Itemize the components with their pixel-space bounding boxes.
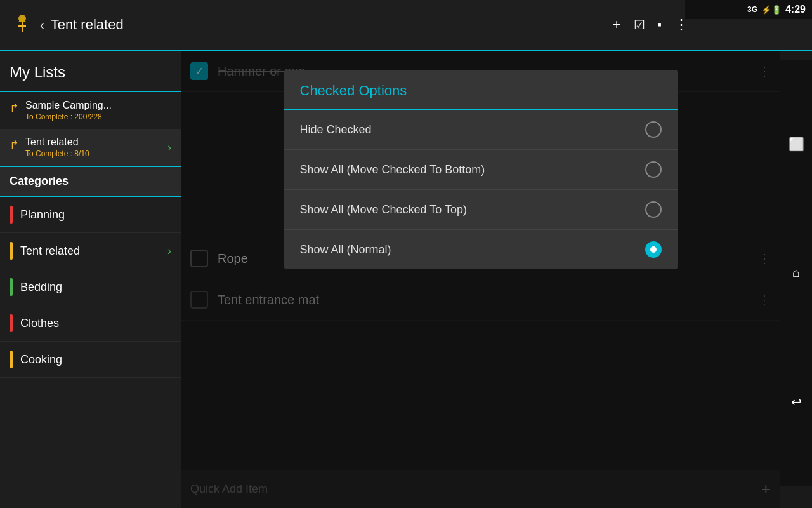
- app-logo: [10, 12, 35, 37]
- list-item-tent[interactable]: ↱ Tent related To Complete : 8/10 ›: [0, 129, 181, 166]
- back-nav-icon[interactable]: ↩: [791, 394, 802, 410]
- radio-show-top[interactable]: [645, 201, 662, 218]
- categories-header: Categories: [0, 166, 181, 197]
- category-bar-tent: [10, 242, 13, 260]
- categories-title: Categories: [10, 175, 69, 187]
- category-name-clothes: Clothes: [20, 317, 171, 330]
- category-tent-related[interactable]: Tent related ›: [0, 233, 181, 269]
- modal-title: Checked Options: [300, 83, 407, 98]
- option-label-bottom: Show All (Move Checked To Bottom): [300, 163, 645, 177]
- window-icon[interactable]: ⬜: [789, 137, 804, 152]
- toolbar-title: Tent related: [51, 17, 613, 33]
- option-label-top: Show All (Move Checked To Top): [300, 203, 645, 217]
- list-item-camping[interactable]: ↱ Sample Camping... To Complete : 200/22…: [0, 92, 181, 129]
- sidebar: My Lists ↱ Sample Camping... To Complete…: [0, 51, 181, 508]
- option-show-bottom[interactable]: Show All (Move Checked To Bottom): [284, 150, 678, 190]
- option-show-top[interactable]: Show All (Move Checked To Top): [284, 190, 678, 230]
- toolbar-actions: + ☑ ▪ ⋮: [613, 17, 688, 33]
- category-name-planning: Planning: [20, 208, 171, 222]
- home-icon[interactable]: ⌂: [792, 265, 800, 280]
- category-planning[interactable]: Planning: [0, 197, 181, 233]
- category-cooking[interactable]: Cooking: [0, 342, 181, 378]
- list-sub-tent: To Complete : 8/10: [25, 149, 167, 158]
- category-bar-cooking: [10, 351, 13, 368]
- list-name-camping: Sample Camping...: [25, 100, 171, 111]
- add-item-button[interactable]: +: [613, 17, 621, 33]
- back-icon[interactable]: ‹: [40, 18, 44, 32]
- category-bar-planning: [10, 206, 13, 224]
- nav-buttons: ⬜ ⌂ ↩: [780, 60, 812, 486]
- list-content-tent: Tent related To Complete : 8/10: [25, 137, 167, 158]
- list-sub-camping: To Complete : 200/228: [25, 112, 171, 121]
- status-bar: 3G ⚡🔋 4:29: [685, 0, 812, 19]
- category-bar-bedding: [10, 278, 13, 296]
- clock: 4:29: [785, 4, 806, 15]
- option-show-normal[interactable]: Show All (Normal): [284, 230, 678, 269]
- list-name-tent: Tent related: [25, 137, 167, 148]
- list-icon-tent: ↱: [10, 138, 19, 152]
- list-icon-camping: ↱: [10, 101, 19, 115]
- modal-header: Checked Options: [284, 70, 678, 110]
- checked-options-dialog: Checked Options Hide Checked Show All (M…: [284, 70, 678, 269]
- category-bar-clothes: [10, 314, 13, 332]
- radio-show-normal[interactable]: [645, 241, 662, 258]
- my-lists-title: My Lists: [10, 64, 65, 81]
- category-bedding[interactable]: Bedding: [0, 269, 181, 305]
- check-all-button[interactable]: ☑: [634, 17, 645, 32]
- category-clothes[interactable]: Clothes: [0, 305, 181, 342]
- option-hide-checked[interactable]: Hide Checked: [284, 110, 678, 150]
- radio-hide-checked[interactable]: [645, 121, 662, 138]
- category-name-cooking: Cooking: [20, 353, 171, 366]
- list-arrow-tent: ›: [167, 141, 171, 154]
- my-lists-header: My Lists: [0, 51, 181, 92]
- list-content-camping: Sample Camping... To Complete : 200/228: [25, 100, 171, 121]
- option-label-hide: Hide Checked: [300, 123, 645, 137]
- battery-icon: ⚡🔋: [761, 5, 782, 15]
- modal-overlay[interactable]: Checked Options Hide Checked Show All (M…: [181, 51, 780, 508]
- radio-inner-normal: [650, 246, 657, 253]
- category-arrow-tent: ›: [167, 244, 171, 258]
- category-name-tent: Tent related: [20, 244, 167, 258]
- radio-show-bottom[interactable]: [645, 161, 662, 178]
- signal-indicator: 3G: [747, 5, 757, 14]
- category-name-bedding: Bedding: [20, 281, 171, 294]
- view-toggle-button[interactable]: ▪: [658, 18, 662, 32]
- option-label-normal: Show All (Normal): [300, 243, 645, 257]
